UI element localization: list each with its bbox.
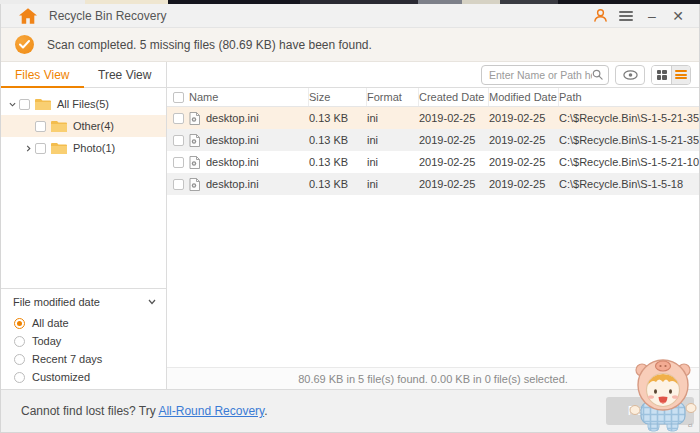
tree-item-photo[interactable]: Photo(1)	[1, 137, 166, 159]
chevron-right-icon[interactable]	[21, 145, 35, 152]
tab-tree-view[interactable]: Tree View	[84, 62, 167, 87]
tree-item-label: Other(4)	[73, 120, 114, 132]
file-modified-date: 2019-02-25	[489, 178, 559, 190]
row-checkbox[interactable]	[173, 179, 184, 190]
titlebar: Recycle Bin Recovery – ✕	[1, 4, 699, 28]
file-name: desktop.ini	[206, 112, 259, 124]
radio-icon[interactable]	[14, 354, 25, 365]
tab-files-view[interactable]: Files View	[1, 62, 84, 87]
tree-checkbox[interactable]	[35, 143, 46, 154]
row-checkbox[interactable]	[173, 113, 184, 124]
filter-option-customized[interactable]: Customized	[1, 368, 166, 386]
column-header-modified-date[interactable]: Modified Date	[489, 88, 559, 106]
preview-button[interactable]	[615, 65, 645, 85]
footer-bar: Cannot find lost files? Try All-Round Re…	[1, 389, 699, 432]
file-format: ini	[367, 156, 419, 168]
success-check-icon	[15, 35, 34, 54]
search-input[interactable]	[489, 69, 592, 81]
scan-result-banner: Scan completed. 5 missing files (80.69 K…	[1, 28, 699, 62]
app-window: Recycle Bin Recovery – ✕ Sc	[0, 4, 700, 433]
filter-option-recent-7-days[interactable]: Recent 7 days	[1, 350, 166, 368]
column-header-path[interactable]: Path	[559, 88, 699, 106]
chevron-down-icon[interactable]	[5, 101, 19, 108]
table-header: Name Size Format Created Date Modified D…	[167, 88, 699, 107]
table-row[interactable]: desktop.ini 0.13 KB ini 2019-02-25 2019-…	[167, 173, 699, 195]
scan-result-message: Scan completed. 5 missing files (80.69 K…	[47, 38, 372, 52]
table-row[interactable]: desktop.ini 0.13 KB ini 2019-02-25 2019-…	[167, 151, 699, 173]
filter-option-all-date[interactable]: All date	[1, 314, 166, 332]
tree-checkbox[interactable]	[19, 99, 30, 110]
ini-file-icon	[189, 112, 200, 125]
minimize-button[interactable]: –	[639, 5, 665, 27]
search-icon	[592, 69, 603, 80]
person-icon	[593, 8, 608, 23]
date-filter-header[interactable]: File modified date	[1, 289, 166, 314]
folder-icon	[51, 142, 67, 154]
home-icon[interactable]	[19, 8, 37, 24]
mascot-sticker: ci	[626, 355, 700, 433]
row-checkbox[interactable]	[173, 135, 184, 146]
radio-selected-icon[interactable]	[14, 318, 25, 329]
file-size: 0.13 KB	[309, 112, 367, 124]
search-box[interactable]	[481, 65, 609, 85]
close-button[interactable]: ✕	[665, 5, 691, 27]
radio-icon[interactable]	[14, 336, 25, 347]
tree-item-all-files[interactable]: All Files(5)	[1, 93, 166, 115]
table-row[interactable]: desktop.ini 0.13 KB ini 2019-02-25 2019-…	[167, 107, 699, 129]
file-path: C:\$Recycle.Bin\S-1-5-21-1018...	[559, 156, 699, 168]
file-name: desktop.ini	[206, 156, 259, 168]
date-filter-title: File modified date	[13, 296, 100, 308]
row-checkbox[interactable]	[173, 157, 184, 168]
column-header-size[interactable]: Size	[309, 88, 367, 106]
hamburger-menu-icon	[619, 11, 633, 21]
file-path: C:\$Recycle.Bin\S-1-5-21-3597...	[559, 112, 699, 124]
radio-icon[interactable]	[14, 372, 25, 383]
main-pane: Name Size Format Created Date Modified D…	[167, 62, 699, 389]
folder-icon	[35, 98, 51, 110]
close-icon: ✕	[672, 9, 684, 23]
toolbar	[167, 62, 699, 88]
select-all-checkbox[interactable]	[173, 92, 184, 103]
date-filter-panel: File modified date All date Today	[1, 288, 166, 386]
footer-prompt: Cannot find lost files? Try	[21, 404, 156, 418]
minimize-icon: –	[648, 9, 656, 23]
menu-button[interactable]	[613, 5, 639, 27]
footer-hint: Cannot find lost files? Try All-Round Re…	[21, 404, 268, 418]
all-round-recovery-link[interactable]: All-Round Recovery	[158, 404, 264, 418]
file-created-date: 2019-02-25	[419, 112, 489, 124]
ini-file-icon	[189, 156, 200, 169]
file-format: ini	[367, 112, 419, 124]
svg-text:ci: ci	[688, 422, 692, 428]
chevron-down-icon	[148, 299, 156, 305]
tree-item-label: Photo(1)	[73, 142, 115, 154]
eye-icon	[623, 70, 638, 80]
tree-checkbox[interactable]	[35, 121, 46, 132]
account-button[interactable]	[587, 5, 613, 27]
window-title: Recycle Bin Recovery	[49, 9, 166, 23]
folder-tree: All Files(5) Other(4)	[1, 88, 166, 159]
status-text: 80.69 KB in 5 file(s) found. 0.00 KB in …	[298, 373, 568, 385]
file-format: ini	[367, 134, 419, 146]
table-row[interactable]: desktop.ini 0.13 KB ini 2019-02-25 2019-…	[167, 129, 699, 151]
column-header-name[interactable]: Name	[189, 88, 309, 106]
list-view-icon	[675, 70, 687, 79]
file-name: desktop.ini	[206, 134, 259, 146]
content-area: Files View Tree View	[1, 62, 699, 389]
view-mode-switch	[651, 65, 691, 85]
column-header-format[interactable]: Format	[367, 88, 419, 106]
file-created-date: 2019-02-25	[419, 134, 489, 146]
file-size: 0.13 KB	[309, 134, 367, 146]
file-size: 0.13 KB	[309, 156, 367, 168]
tab-files-view-label: Files View	[15, 68, 69, 82]
ini-file-icon	[189, 134, 200, 147]
tree-item-other[interactable]: Other(4)	[1, 115, 166, 137]
filter-option-label: Recent 7 days	[32, 353, 102, 365]
file-name: desktop.ini	[206, 178, 259, 190]
file-created-date: 2019-02-25	[419, 156, 489, 168]
folder-icon	[51, 120, 67, 132]
grid-view-button[interactable]	[652, 66, 671, 84]
column-header-created-date[interactable]: Created Date	[419, 88, 489, 106]
list-view-button[interactable]	[671, 66, 690, 84]
file-path: C:\$Recycle.Bin\S-1-5-18	[559, 178, 699, 190]
filter-option-today[interactable]: Today	[1, 332, 166, 350]
